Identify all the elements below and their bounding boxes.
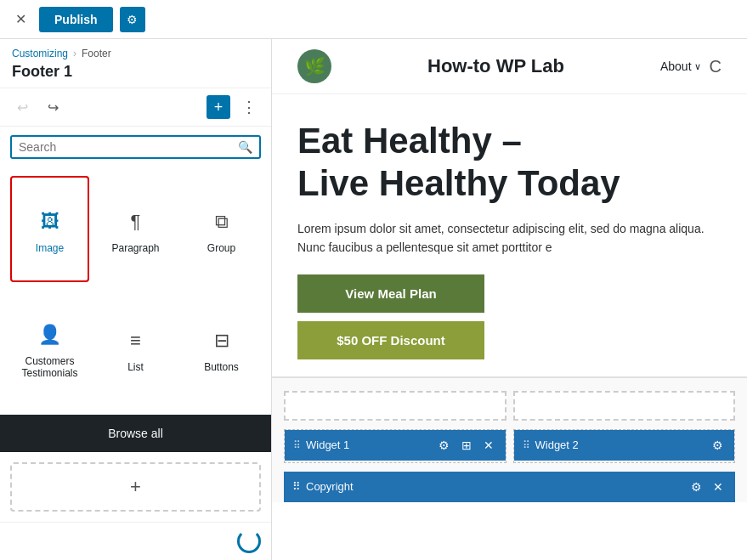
copyright-label: Copyright bbox=[306, 480, 682, 493]
hero-title: Eat Healthy – Live Healthy Today bbox=[297, 120, 722, 206]
sidebar: Customizing › Footer Footer 1 ↩ ↪ + ⋮ 🔍 … bbox=[0, 39, 272, 560]
block-label-group: Group bbox=[207, 242, 235, 254]
widget2-bar[interactable]: ⠿ Widget 2 ⚙ bbox=[514, 430, 735, 461]
discount-button[interactable]: $50 OFF Discount bbox=[297, 321, 484, 359]
widget2-label: Widget 2 bbox=[535, 438, 705, 451]
block-label-list: List bbox=[127, 361, 144, 373]
widget2-block: ⠿ Widget 2 ⚙ bbox=[513, 429, 736, 463]
breadcrumb-separator: › bbox=[73, 48, 76, 59]
logo-icon: 🌿 bbox=[304, 56, 325, 76]
block-icon-customers-testimonials: 👤 bbox=[35, 320, 65, 350]
block-item-group[interactable]: ⧉Group bbox=[182, 176, 261, 282]
widget1-close-button[interactable]: ✕ bbox=[480, 437, 497, 454]
sidebar-nav: ↩ ↪ + ⋮ bbox=[0, 88, 271, 127]
sidebar-title: Footer 1 bbox=[12, 63, 259, 81]
site-name: How-to WP Lab bbox=[348, 55, 643, 77]
more-options-button[interactable]: ⋮ bbox=[237, 95, 261, 119]
browse-all-button[interactable]: Browse all bbox=[0, 415, 271, 452]
widget2-settings-button[interactable]: ⚙ bbox=[709, 437, 726, 454]
block-icon-group: ⧉ bbox=[207, 206, 237, 237]
site-nav: About ∨ C bbox=[660, 57, 722, 76]
breadcrumb-customizing[interactable]: Customizing bbox=[12, 48, 68, 59]
widget2-drag-icon: ⠿ bbox=[523, 439, 530, 451]
breadcrumb-section: Footer bbox=[82, 48, 111, 59]
block-item-customers-testimonials[interactable]: 👤Customers Testimonials bbox=[10, 289, 89, 407]
footer-area: ⠿ Widget 1 ⚙ ⊞ ✕ ⠿ Widget 2 bbox=[272, 376, 747, 502]
nav-about-chevron: ∨ bbox=[694, 61, 701, 72]
block-label-paragraph: Paragraph bbox=[111, 242, 159, 254]
widget1-drag-icon: ⠿ bbox=[293, 439, 301, 451]
view-meal-plan-button[interactable]: View Meal Plan bbox=[297, 274, 484, 313]
undo-button[interactable]: ↩ bbox=[10, 95, 34, 119]
copyright-bar[interactable]: ⠿ Copyright ⚙ ✕ bbox=[284, 472, 735, 502]
widget1-bar[interactable]: ⠿ Widget 1 ⚙ ⊞ ✕ bbox=[285, 430, 506, 461]
add-block-button-nav[interactable]: + bbox=[207, 95, 230, 119]
widget1-block: ⠿ Widget 1 ⚙ ⊞ ✕ bbox=[284, 429, 506, 463]
blocks-grid: 🖼Image¶Paragraph⧉Group👤Customers Testimo… bbox=[0, 167, 271, 415]
breadcrumb: Customizing › Footer bbox=[12, 48, 259, 59]
footer-empty-block-right bbox=[513, 391, 736, 421]
redo-button[interactable]: ↪ bbox=[41, 95, 65, 119]
site-header: 🌿 How-to WP Lab About ∨ C bbox=[272, 39, 747, 94]
settings-button[interactable]: ⚙ bbox=[120, 7, 145, 32]
sidebar-footer bbox=[0, 522, 271, 560]
sidebar-header: Customizing › Footer Footer 1 bbox=[0, 39, 271, 88]
block-item-paragraph[interactable]: ¶Paragraph bbox=[96, 176, 175, 282]
top-bar: ✕ Publish ⚙ bbox=[0, 0, 747, 39]
copyright-settings-button[interactable]: ⚙ bbox=[688, 478, 705, 495]
block-label-customers-testimonials: Customers Testimonials bbox=[19, 355, 81, 379]
add-block-icon: + bbox=[130, 476, 141, 498]
block-icon-list: ≡ bbox=[121, 325, 151, 356]
block-item-image[interactable]: 🖼Image bbox=[10, 176, 89, 282]
footer-empty-block-left bbox=[284, 391, 506, 421]
footer-widgets-row: ⠿ Widget 1 ⚙ ⊞ ✕ ⠿ Widget 2 bbox=[272, 425, 747, 467]
copyright-close-button[interactable]: ✕ bbox=[710, 478, 727, 495]
hero-section: Eat Healthy – Live Healthy Today Lorem i… bbox=[272, 94, 747, 376]
footer-top-row bbox=[272, 387, 747, 425]
main-layout: Customizing › Footer Footer 1 ↩ ↪ + ⋮ 🔍 … bbox=[0, 39, 747, 560]
nav-item-about[interactable]: About ∨ bbox=[660, 59, 701, 73]
widget1-settings-button[interactable]: ⚙ bbox=[436, 437, 453, 454]
add-block-button[interactable]: + bbox=[10, 462, 261, 512]
preview-area: 🌿 How-to WP Lab About ∨ C Eat Healthy – … bbox=[272, 39, 747, 560]
search-bar: 🔍 bbox=[10, 135, 261, 159]
hero-title-line1: Eat Healthy – bbox=[297, 121, 522, 161]
widget1-label: Widget 1 bbox=[306, 438, 431, 451]
block-label-image: Image bbox=[36, 242, 64, 254]
block-icon-image: 🖼 bbox=[35, 206, 65, 237]
block-label-buttons: Buttons bbox=[204, 361, 239, 373]
block-item-list[interactable]: ≡List bbox=[96, 289, 175, 407]
block-item-buttons[interactable]: ⊟Buttons bbox=[182, 289, 261, 407]
hero-title-line2: Live Healthy Today bbox=[297, 163, 620, 203]
block-icon-buttons: ⊟ bbox=[207, 325, 237, 356]
copyright-actions: ⚙ ✕ bbox=[688, 478, 727, 495]
publish-button[interactable]: Publish bbox=[39, 7, 113, 32]
search-icon: 🔍 bbox=[238, 140, 252, 154]
search-input[interactable] bbox=[19, 140, 231, 154]
copyright-drag-icon: ⠿ bbox=[292, 480, 301, 493]
block-icon-paragraph: ¶ bbox=[121, 206, 151, 237]
widget2-actions: ⚙ bbox=[709, 437, 726, 454]
preview-content: 🌿 How-to WP Lab About ∨ C Eat Healthy – … bbox=[272, 39, 747, 560]
hero-body-text: Lorem ipsum dolor sit amet, consectetur … bbox=[297, 219, 722, 257]
site-logo: 🌿 bbox=[297, 49, 331, 83]
loading-spinner bbox=[237, 529, 261, 553]
widget1-actions: ⚙ ⊞ ✕ bbox=[436, 437, 497, 454]
nav-more[interactable]: C bbox=[710, 57, 722, 76]
nav-about-label: About bbox=[660, 59, 692, 73]
close-button[interactable]: ✕ bbox=[8, 8, 32, 31]
widget1-expand-button[interactable]: ⊞ bbox=[458, 437, 475, 454]
